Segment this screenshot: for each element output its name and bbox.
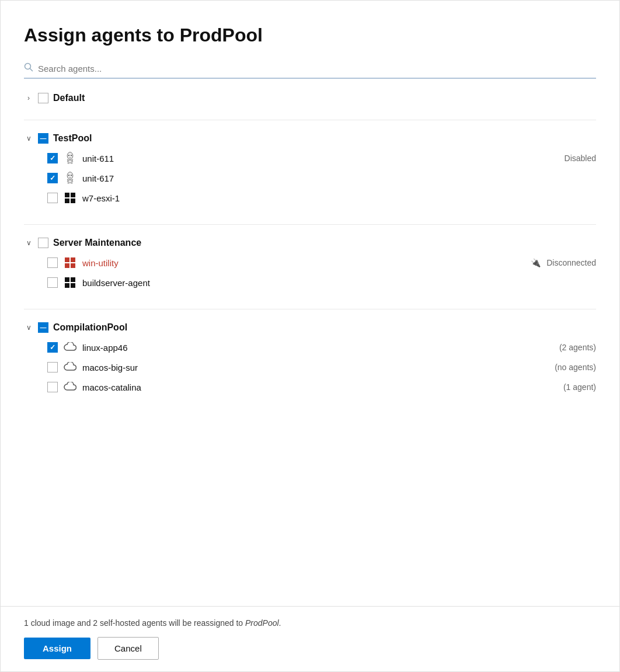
agent-count-compilationpool-0: (2 agents) [559, 343, 596, 352]
agent-name-testpool-0: unit-611 [82, 154, 559, 163]
svg-point-7 [71, 175, 72, 176]
pool-name-compilationpool: CompilationPool [53, 322, 127, 333]
search-input[interactable] [38, 64, 596, 74]
os-icon-linux [64, 172, 76, 184]
svg-rect-19 [71, 283, 75, 288]
footer-buttons: Assign Cancel [24, 637, 596, 660]
agent-row-compilationpool-2: macos-catalina(1 agent) [24, 377, 596, 397]
pool-header-testpool[interactable]: ∨TestPool [24, 133, 596, 144]
svg-rect-12 [65, 257, 69, 262]
svg-rect-14 [65, 263, 69, 268]
agent-row-testpool-0: unit-611Disabled [24, 148, 596, 168]
agent-checkbox-testpool-2[interactable] [47, 193, 58, 203]
os-icon-windows [64, 191, 76, 204]
svg-rect-10 [65, 199, 69, 203]
svg-rect-9 [71, 193, 75, 197]
agent-row-testpool-1: unit-617 [24, 168, 596, 188]
pool-group-compilationpool: ∨CompilationPool linux-app46(2 agents) m… [24, 322, 596, 397]
assign-button[interactable]: Assign [24, 638, 90, 659]
svg-point-6 [68, 175, 69, 176]
chevron-server-maintenance-icon: ∨ [24, 239, 33, 247]
scroll-area[interactable]: ›Default∨TestPool unit-611Disabled unit-… [24, 93, 602, 606]
agent-row-server-maintenance-0: win-utility🔌Disconnected [24, 253, 596, 273]
os-icon-linux [64, 152, 76, 165]
pool-name-default: Default [53, 93, 85, 103]
pool-header-compilationpool[interactable]: ∨CompilationPool [24, 322, 596, 333]
pool-group-default: ›Default [24, 93, 596, 103]
agent-count-compilationpool-2: (1 agent) [563, 382, 596, 392]
svg-point-4 [71, 155, 72, 156]
dialog: Assign agents to ProdPool ›Default∨TestP… [0, 0, 620, 672]
agent-name-server-maintenance-0[interactable]: win-utility [82, 258, 525, 268]
chevron-testpool-icon: ∨ [24, 134, 33, 142]
agent-row-compilationpool-0: linux-app46(2 agents) [24, 337, 596, 357]
pool-checkbox-server-maintenance[interactable] [38, 238, 48, 248]
chevron-compilationpool-icon: ∨ [24, 323, 33, 332]
dialog-footer: 1 cloud image and 2 self-hosted agents w… [1, 606, 619, 671]
pool-name-testpool: TestPool [53, 133, 92, 144]
svg-rect-15 [71, 263, 75, 268]
svg-rect-16 [65, 277, 69, 282]
dialog-body: Assign agents to ProdPool ›Default∨TestP… [1, 1, 619, 606]
agent-checkbox-testpool-0[interactable] [47, 153, 58, 163]
pool-group-server-maintenance: ∨Server Maintenance win-utility🔌Disconne… [24, 238, 596, 293]
os-icon-windows [64, 276, 76, 289]
os-icon-cloud [64, 361, 76, 374]
svg-rect-17 [71, 277, 75, 282]
page-title: Assign agents to ProdPool [24, 24, 596, 46]
pool-checkbox-compilationpool[interactable] [38, 322, 48, 333]
chevron-default-icon: › [24, 94, 33, 102]
agent-checkbox-server-maintenance-0[interactable] [47, 257, 58, 268]
agent-name-testpool-1: unit-617 [82, 173, 596, 183]
agent-row-testpool-2: w7-esxi-1 [24, 188, 596, 208]
os-icon-cloud [64, 341, 76, 354]
svg-point-3 [68, 155, 69, 156]
agent-checkbox-testpool-1[interactable] [47, 173, 58, 183]
agent-name-compilationpool-2: macos-catalina [82, 382, 558, 392]
agent-checkbox-compilationpool-0[interactable] [47, 342, 58, 353]
pool-header-server-maintenance[interactable]: ∨Server Maintenance [24, 238, 596, 248]
svg-point-2 [67, 152, 73, 159]
pool-group-testpool: ∨TestPool unit-611Disabled unit-617 w7-e… [24, 133, 596, 208]
agent-checkbox-compilationpool-2[interactable] [47, 382, 58, 392]
cancel-button[interactable]: Cancel [97, 637, 159, 660]
agent-name-testpool-2: w7-esxi-1 [82, 193, 596, 203]
pool-name-server-maintenance: Server Maintenance [53, 238, 141, 248]
os-icon-cloud [64, 381, 76, 394]
agent-status-server-maintenance-0: Disconnected [546, 258, 596, 267]
agent-name-compilationpool-1: macos-big-sur [82, 363, 549, 372]
svg-point-5 [67, 172, 73, 179]
pool-checkbox-testpool[interactable] [38, 133, 48, 144]
agent-row-server-maintenance-1: buildserver-agent [24, 273, 596, 293]
svg-rect-11 [71, 199, 75, 203]
search-box [24, 62, 596, 79]
agent-status-testpool-0: Disabled [565, 154, 596, 163]
agent-checkbox-compilationpool-1[interactable] [47, 362, 58, 372]
agent-checkbox-server-maintenance-1[interactable] [47, 277, 58, 288]
plug-icon: 🔌 [531, 258, 541, 267]
agent-count-compilationpool-1: (no agents) [555, 363, 596, 372]
footer-info: 1 cloud image and 2 self-hosted agents w… [24, 618, 596, 628]
agent-name-server-maintenance-1: buildserver-agent [82, 278, 596, 288]
svg-rect-8 [65, 193, 69, 197]
pool-checkbox-default[interactable] [38, 93, 48, 103]
os-icon-windows-red [64, 256, 76, 269]
pool-header-default[interactable]: ›Default [24, 93, 596, 103]
search-icon [24, 62, 33, 74]
svg-rect-18 [65, 283, 69, 288]
agent-row-compilationpool-1: macos-big-sur(no agents) [24, 357, 596, 377]
svg-rect-13 [71, 257, 75, 262]
svg-line-1 [30, 69, 33, 71]
agent-name-compilationpool-0: linux-app46 [82, 343, 553, 353]
